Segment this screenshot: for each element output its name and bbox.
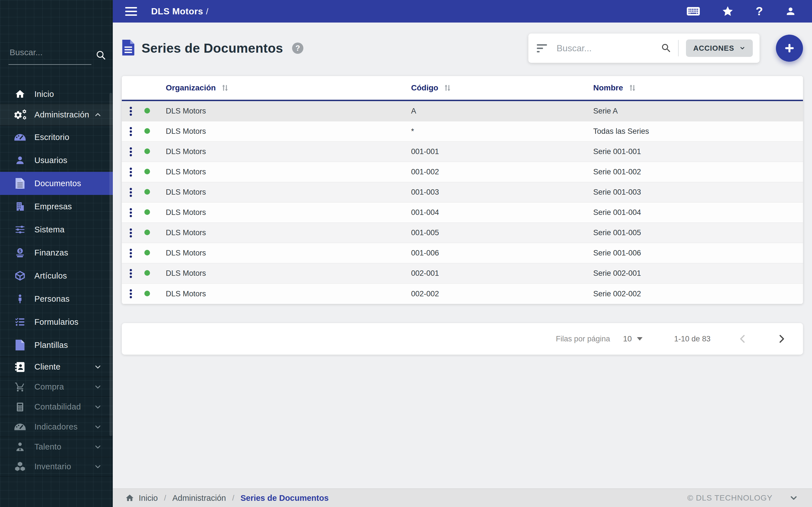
person-icon [13,294,27,304]
help-icon[interactable]: ? [756,5,763,17]
sidebar-item-finanzas[interactable]: $ Finanzas [0,241,113,264]
sidebar-item-label: Talento [35,442,61,452]
sort-icon [628,83,637,92]
table-row[interactable]: DLS Motors 001-004 Serie 001-004 [122,203,803,223]
sidebar-item-escritorio[interactable]: Escritorio [0,126,113,149]
gauge-icon [13,423,27,431]
sidebar-item-inicio[interactable]: Inicio [0,84,113,104]
filter-icon[interactable] [537,44,548,52]
page-content: Series de Documentos ? ACCIONES [113,22,812,489]
keyboard-icon[interactable] [687,7,700,16]
sidebar-item-label: Indicadores [35,422,78,432]
menu-hamburger-icon[interactable] [125,7,137,16]
row-menu-kebab-icon[interactable] [128,125,134,138]
sidebar-item-plantillas[interactable]: Plantillas [0,334,113,356]
cell-codigo: 001-004 [411,208,593,217]
sidebar-item-contabilidad[interactable]: Contabilidad [0,397,113,416]
sidebar-item-label: Formularios [35,318,79,327]
sidebar-item-formularios[interactable]: Formularios [0,311,113,334]
breadcrumb-administracion[interactable]: Administración [172,494,226,503]
next-page-button[interactable] [776,333,787,344]
status-active-dot [144,209,150,215]
sidebar-search-input[interactable] [9,47,91,57]
table-row[interactable]: DLS Motors A Serie A [122,101,803,121]
column-header-nombre[interactable]: Nombre [593,83,803,93]
cell-nombre: Serie 001-006 [593,249,803,258]
sidebar-item-cliente[interactable]: Cliente [0,356,113,377]
sidebar-item-documentos[interactable]: Documentos [0,172,113,195]
sidebar-item-label: Documentos [35,179,81,188]
table-row[interactable]: DLS Motors * Todas las Series [122,121,803,142]
row-menu-kebab-icon[interactable] [128,206,134,219]
row-menu-kebab-icon[interactable] [128,246,134,260]
status-active-dot [144,169,150,174]
sidebar-item-label: Usuarios [35,156,67,165]
sidebar-item-inventario[interactable]: Inventario [0,457,113,476]
column-header-codigo[interactable]: Código [411,83,593,93]
sidebar-item-articulos[interactable]: Artículos [0,264,113,287]
row-menu-kebab-icon[interactable] [128,165,134,179]
page-help-icon[interactable]: ? [292,43,303,54]
checklist-icon [13,317,27,327]
breadcrumb-separator: / [164,494,166,503]
sidebar-item-empresas[interactable]: Empresas [0,195,113,218]
add-button[interactable] [776,35,803,62]
cell-organizacion: DLS Motors [166,269,411,278]
boxes-icon [13,461,27,472]
sidebar: Inicio Administración Escritorio [0,0,113,507]
cell-organizacion: DLS Motors [166,168,411,176]
title-separator: / [206,7,209,16]
sidebar-item-label: Inicio [35,90,54,99]
sidebar-item-personas[interactable]: Personas [0,287,113,311]
sidebar-item-indicadores[interactable]: Indicadores [0,416,113,437]
breadcrumb-home-icon[interactable] [125,494,134,503]
rows-per-page-select[interactable]: 10 [623,334,643,343]
cell-codigo: A [411,107,593,115]
table-row[interactable]: DLS Motors 001-006 Serie 001-006 [122,243,803,263]
table-row[interactable]: DLS Motors 001-003 Serie 001-003 [122,182,803,203]
table-header-row: Organización Código Nombre [122,76,803,101]
cell-nombre: Todas las Series [593,127,803,136]
row-menu-kebab-icon[interactable] [128,105,134,118]
main-area: DLS Motors/ ? Series de Documentos ? [113,0,812,507]
sidebar-item-compra[interactable]: Compra [0,377,113,397]
actions-button[interactable]: ACCIONES [686,40,753,57]
sidebar-item-usuarios[interactable]: Usuarios [0,149,113,172]
sidebar-item-sistema[interactable]: Sistema [0,218,113,241]
row-menu-kebab-icon[interactable] [128,287,134,300]
sidebar-item-administracion[interactable]: Administración [0,104,113,126]
favorite-star-icon[interactable] [722,5,733,17]
chevron-down-icon [94,462,102,471]
cell-nombre: Serie 001-004 [593,208,803,217]
table-row[interactable]: DLS Motors 002-001 Serie 002-001 [122,263,803,284]
account-icon[interactable] [785,6,796,17]
breadcrumb-inicio[interactable]: Inicio [139,494,158,503]
row-menu-kebab-icon[interactable] [128,267,134,280]
table-row[interactable]: DLS Motors 001-001 Serie 001-001 [122,142,803,162]
sidebar-item-talento[interactable]: Talento [0,437,113,457]
sidebar-scrollbar-thumb[interactable] [109,93,112,436]
chevron-down-icon [94,363,102,371]
table-row[interactable]: DLS Motors 001-005 Serie 001-005 [122,223,803,243]
row-menu-kebab-icon[interactable] [128,226,134,240]
document-series-table: Organización Código Nombre DLS Motors A … [122,76,803,304]
table-row[interactable]: DLS Motors 001-002 Serie 001-002 [122,162,803,182]
table-search-input[interactable] [556,43,661,54]
cell-organizacion: DLS Motors [166,228,411,237]
cell-codigo: 002-002 [411,290,593,298]
footer-chevron-down-icon[interactable] [789,493,799,503]
search-icon[interactable] [661,43,672,54]
cell-organizacion: DLS Motors [166,147,411,156]
row-menu-kebab-icon[interactable] [128,186,134,199]
previous-page-button[interactable] [737,333,748,344]
cell-organizacion: DLS Motors [166,249,411,258]
contacts-icon [13,362,27,372]
sidebar-item-label: Escritorio [35,133,69,142]
column-header-organizacion[interactable]: Organización [166,83,411,93]
search-icon[interactable] [96,50,106,60]
chevron-down-icon [94,443,102,451]
status-active-dot [144,128,150,134]
breadcrumb-current: Series de Documentos [241,494,329,503]
row-menu-kebab-icon[interactable] [128,145,134,159]
table-row[interactable]: DLS Motors 002-002 Serie 002-002 [122,284,803,304]
